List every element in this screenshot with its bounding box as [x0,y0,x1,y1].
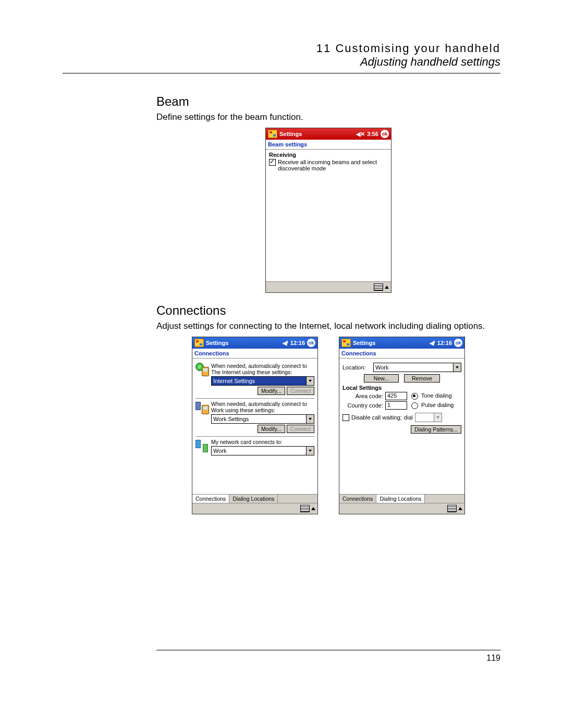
connections-screenshot-left: Settings ◀ᶤ 12:16 ok Connections When [192,337,318,514]
start-icon[interactable] [194,339,204,347]
ok-button[interactable]: ok [307,339,315,347]
panel-title: Connections [339,349,464,359]
internet-icon [195,363,209,376]
new-button[interactable]: New... [364,374,399,382]
country-code-field[interactable]: 1 [385,401,407,410]
tab-connections[interactable]: Connections [192,495,229,503]
country-code-label: Country code: [342,402,385,409]
chevron-down-icon [453,363,461,372]
connections-heading: Connections [156,303,500,318]
panel-title: Beam settings [266,140,391,150]
footer-rule [156,650,500,650]
work-text: When needed, automatically connect to Wo… [211,401,314,413]
internet-settings-dropdown[interactable]: Internet Settings [211,376,314,386]
pulse-dialing-label: Pulse dialing [421,402,454,408]
disable-call-waiting-checkbox[interactable] [342,414,349,421]
ok-button[interactable]: ok [454,339,462,347]
netcard-dropdown[interactable]: Work [211,446,314,455]
dial-label: dial [404,414,413,421]
chevron-down-icon [434,413,442,422]
modify-button[interactable]: Modify... [258,425,285,433]
clock-time: 12:16 [290,340,305,346]
beam-heading: Beam [156,94,500,109]
clock-time: 3:56 [367,131,378,137]
tab-connections[interactable]: Connections [339,495,376,503]
chevron-down-icon [306,415,314,423]
remove-button[interactable]: Remove [404,374,440,382]
chevron-down-icon [306,377,314,385]
titlebar: Settings ◀ᶤ 12:16 ok [339,337,464,349]
chapter-title: 11 Customising your handheld [63,42,500,55]
connections-screenshot-right: Settings ◀ᶤ 12:16 ok Connections Locatio… [339,337,465,514]
receive-beams-checkbox[interactable] [269,159,276,166]
tab-dialing-locations[interactable]: Dialing Locations [376,495,425,503]
titlebar-text: Settings [353,340,375,346]
disable-call-waiting-label: Disable call waiting; [351,414,402,421]
location-label: Location: [342,364,373,371]
tab-bar: Connections Dialing Locations [192,494,317,503]
modify-button[interactable]: Modify... [258,387,285,395]
titlebar-text: Settings [206,340,228,346]
connect-button[interactable]: Connect [287,387,314,395]
work-icon [195,401,209,414]
area-code-field[interactable]: 425 [385,392,407,400]
sip-arrow-icon[interactable] [458,507,462,510]
tab-dialing-locations[interactable]: Dialing Locations [229,495,278,503]
tone-dialing-label: Tone dialing [421,392,452,399]
tab-bar: Connections Dialing Locations [339,494,464,503]
keyboard-icon[interactable] [300,505,310,512]
netcard-text: My network card connects to: [211,439,314,445]
location-dropdown[interactable]: Work [373,363,461,372]
receive-beams-label: Receive all incoming beams and select di… [278,159,388,171]
local-settings-label: Local Settings [342,385,461,391]
clock-time: 12:16 [437,340,452,346]
tone-dialing-radio[interactable] [411,393,418,400]
start-icon[interactable] [268,130,277,138]
chevron-down-icon [306,447,314,455]
titlebar: Settings ◀ᶤ 12:16 ok [192,337,317,349]
sip-arrow-icon[interactable] [311,507,315,510]
bottom-bar [339,503,464,514]
header-rule [63,73,500,73]
sip-arrow-icon[interactable] [385,286,389,289]
receiving-label: Receiving [269,152,388,158]
connections-desc: Adjust settings for connecting to the In… [156,321,500,331]
keyboard-icon[interactable] [374,283,383,291]
connect-button[interactable]: Connect [287,425,314,433]
dial-dropdown[interactable] [415,413,442,422]
internet-text: When needed, automatically connect to Th… [211,363,314,375]
keyboard-icon[interactable] [447,505,457,512]
speaker-icon[interactable]: ◀ᶤ [430,340,435,347]
dialing-patterns-button[interactable]: Dialing Patterns... [411,425,461,434]
bottom-bar [192,503,317,514]
ok-button[interactable]: ok [381,130,389,138]
speaker-mute-icon[interactable]: ◀✕ [356,131,365,138]
titlebar-text: Settings [279,131,302,137]
work-settings-dropdown[interactable]: Work Settings [211,414,314,424]
titlebar: Settings ◀✕ 3:56 ok [266,128,391,140]
beam-screenshot: Settings ◀✕ 3:56 ok Beam settings Receiv… [265,128,391,293]
beam-desc: Define settings for the beam function. [156,112,500,122]
page-number: 119 [156,653,500,663]
bottom-bar [266,281,391,292]
area-code-label: Area code: [342,393,385,399]
chapter-subhead: Adjusting handheld settings [63,55,500,69]
netcard-icon [195,439,209,452]
pulse-dialing-radio[interactable] [411,402,418,409]
speaker-icon[interactable]: ◀ᶤ [283,340,288,347]
start-icon[interactable] [341,339,351,347]
panel-title: Connections [192,349,317,359]
